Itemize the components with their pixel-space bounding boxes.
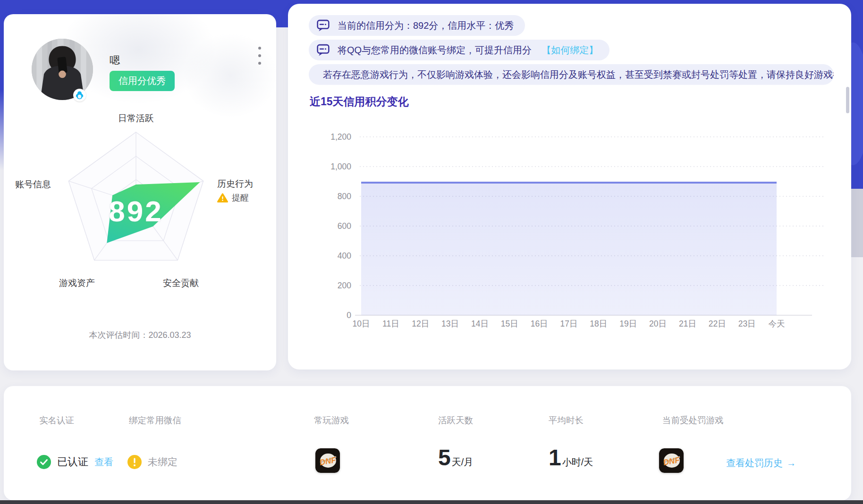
history-warning: 提醒 bbox=[217, 192, 249, 203]
avg-duration-value: 1 小时/天 bbox=[549, 445, 593, 470]
svg-text:22日: 22日 bbox=[709, 319, 726, 328]
notice-bubble-score: 当前的信用分为：892分，信用水平：优秀 bbox=[309, 15, 525, 36]
svg-text:0: 0 bbox=[347, 311, 351, 320]
user-nickname: 嗯 bbox=[110, 53, 120, 67]
header-wechat: 绑定常用微信 bbox=[129, 414, 181, 426]
notice-text: 将QQ与您常用的微信账号绑定，可提升信用分 bbox=[338, 44, 532, 57]
wechat-status: 未绑定 bbox=[148, 455, 178, 469]
svg-text:1,000: 1,000 bbox=[330, 162, 351, 171]
svg-text:15日: 15日 bbox=[501, 319, 518, 328]
profile-card: 嗯 信用分优秀 892 日常活跃 历史行为 提醒 安全贡献 游戏资产 账号信息 … bbox=[4, 14, 276, 370]
notice-text: 若存在恶意游戏行为，不仅影响游戏体验，还会影响信用分及账号权益，甚至受到禁赛或封… bbox=[323, 68, 834, 81]
chart-title: 近15天信用积分变化 bbox=[310, 94, 409, 109]
svg-text:17日: 17日 bbox=[560, 319, 578, 328]
punish-link-label: 查看处罚历史 bbox=[726, 457, 783, 470]
svg-text:400: 400 bbox=[338, 251, 351, 260]
svg-text:21日: 21日 bbox=[679, 319, 696, 328]
wechat-status-row: 未绑定 bbox=[127, 455, 178, 469]
evaluation-time: 本次评估时间：2026.03.23 bbox=[4, 329, 276, 341]
notice-text: 当前的信用分为：892分，信用水平：优秀 bbox=[338, 19, 514, 32]
left-blue-edge bbox=[0, 0, 4, 179]
notice-bubble-bind-wechat: 将QQ与您常用的微信账号绑定，可提升信用分 【如何绑定】 bbox=[309, 40, 609, 60]
arrow-right-icon: → bbox=[787, 458, 796, 469]
svg-text:1,200: 1,200 bbox=[330, 132, 351, 142]
realname-status-row: 已认证 查看 bbox=[37, 455, 113, 469]
kebab-menu-icon[interactable] bbox=[254, 45, 265, 66]
right-blue-edge bbox=[851, 0, 863, 189]
radar-axis-account-info: 账号信息 bbox=[15, 178, 51, 191]
notice-bubble-behavior: 若存在恶意游戏行为，不仅影响游戏体验，还会影响信用分及账号权益，甚至受到禁赛或封… bbox=[309, 64, 834, 85]
active-days-number: 5 bbox=[438, 445, 451, 470]
svg-text:200: 200 bbox=[338, 281, 351, 290]
svg-text:19日: 19日 bbox=[619, 319, 637, 328]
credit-level-badge: 信用分优秀 bbox=[110, 71, 175, 91]
radar-axis-game-assets: 游戏资产 bbox=[59, 277, 95, 289]
svg-text:13日: 13日 bbox=[441, 319, 459, 328]
header-avg-duration: 平均时长 bbox=[549, 414, 584, 426]
svg-text:20日: 20日 bbox=[649, 319, 667, 328]
warning-triangle-icon bbox=[217, 193, 228, 203]
radar-axis-daily-activity: 日常活跃 bbox=[118, 112, 154, 125]
avg-duration-number: 1 bbox=[549, 445, 561, 470]
exclaim-circle-icon bbox=[127, 455, 142, 469]
svg-text:12日: 12日 bbox=[412, 319, 429, 328]
notice-message-list: 当前的信用分为：892分，信用水平：优秀 将QQ与您常用的微信账号绑定，可提升信… bbox=[309, 15, 835, 95]
svg-text:今天: 今天 bbox=[769, 319, 785, 328]
header-games: 常玩游戏 bbox=[314, 414, 349, 426]
svg-text:11日: 11日 bbox=[382, 319, 399, 328]
svg-text:800: 800 bbox=[338, 192, 351, 201]
dnf-game-icon: DNF bbox=[659, 448, 684, 473]
dnf-game-icon: DNF bbox=[315, 448, 340, 473]
speech-bubble-icon bbox=[316, 18, 330, 33]
warning-label: 提醒 bbox=[232, 192, 249, 203]
bottom-window-edge bbox=[0, 500, 863, 504]
credit-trend-chart: 02004006008001,0001,20010日11日12日13日14日15… bbox=[296, 115, 843, 342]
avg-duration-unit: 小时/天 bbox=[562, 456, 593, 469]
check-circle-icon bbox=[37, 455, 51, 469]
svg-text:16日: 16日 bbox=[531, 319, 548, 328]
svg-text:23日: 23日 bbox=[738, 319, 756, 328]
right-lavender-edge bbox=[851, 189, 863, 257]
view-realname-link[interactable]: 查看 bbox=[94, 456, 113, 469]
credit-score-value: 892 bbox=[109, 194, 163, 228]
credit-detail-card: 当前的信用分为：892分，信用水平：优秀 将QQ与您常用的微信账号绑定，可提升信… bbox=[288, 4, 851, 370]
header-punished-games: 当前受处罚游戏 bbox=[662, 414, 724, 426]
account-summary-card: 实名认证 绑定常用微信 常玩游戏 活跃天数 平均时长 当前受处罚游戏 已认证 查… bbox=[4, 386, 851, 500]
header-active-days: 活跃天数 bbox=[438, 414, 473, 426]
active-days-unit: 天/月 bbox=[452, 456, 474, 469]
svg-text:600: 600 bbox=[338, 221, 351, 231]
how-to-bind-link[interactable]: 【如何绑定】 bbox=[541, 44, 598, 57]
svg-text:10日: 10日 bbox=[353, 319, 370, 328]
realname-status: 已认证 bbox=[57, 455, 88, 469]
speech-bubble-icon bbox=[316, 43, 330, 58]
header-realname: 实名认证 bbox=[39, 414, 74, 426]
radar-axis-history-behavior: 历史行为 bbox=[217, 178, 253, 190]
view-punish-history-link[interactable]: 查看处罚历史 → bbox=[726, 457, 796, 470]
radar-axis-security-contribution: 安全贡献 bbox=[163, 277, 199, 289]
active-days-value: 5 天/月 bbox=[438, 445, 473, 470]
svg-text:18日: 18日 bbox=[590, 319, 607, 328]
svg-text:14日: 14日 bbox=[471, 319, 489, 328]
qq-penguin-icon bbox=[73, 89, 86, 101]
scrollbar-thumb[interactable] bbox=[846, 87, 849, 113]
